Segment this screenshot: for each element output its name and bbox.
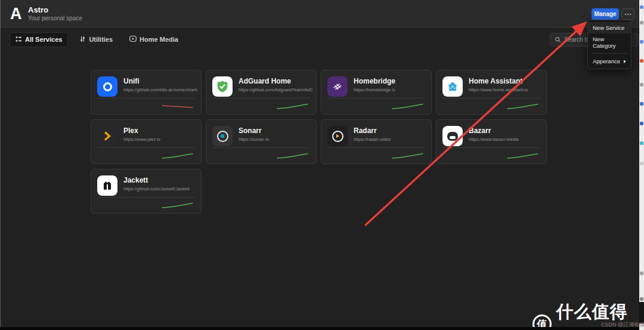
tab-utilities[interactable]: Utilities bbox=[74, 33, 118, 47]
tab-label: All Services bbox=[25, 36, 62, 43]
more-options-dropdown: New Service New Category Apperance bbox=[587, 20, 631, 69]
service-name: Homebridge bbox=[354, 77, 395, 85]
service-name: Plex bbox=[123, 127, 138, 135]
card-divider bbox=[97, 197, 195, 198]
service-card-sonarr[interactable]: Sonarrhttps://sonarr.tv bbox=[206, 119, 317, 164]
left-edge-line bbox=[0, 0, 1, 330]
menu-item-label: Apperance bbox=[593, 58, 620, 64]
tab-all-services[interactable]: All Services bbox=[10, 32, 68, 47]
service-card-plex[interactable]: Plexhttps://www.plex.tv bbox=[91, 119, 202, 164]
service-name: AdGuard Home bbox=[239, 77, 291, 85]
card-divider bbox=[327, 98, 425, 98]
uptime-sparkline bbox=[276, 152, 309, 160]
edge-app-icon bbox=[640, 5, 643, 9]
service-name: Unifi bbox=[123, 77, 140, 85]
menu-item-new-category[interactable]: New Category bbox=[588, 33, 631, 51]
edge-app-icon bbox=[640, 162, 643, 165]
edge-app-icon bbox=[640, 83, 643, 87]
service-card-home-assistant[interactable]: Home Assistanthttps://www.home-assistant… bbox=[436, 70, 547, 115]
service-card-homebridge[interactable]: #Homebridgehttps://homebridge.io bbox=[321, 70, 432, 115]
menu-item-label: New Category bbox=[593, 36, 626, 49]
edge-app-icon bbox=[640, 59, 643, 63]
service-name: Jackett bbox=[123, 176, 148, 184]
grid-icon bbox=[16, 36, 22, 44]
service-card-unifi[interactable]: Unifihttps://github.com/k8s-at-home/char… bbox=[91, 70, 202, 115]
service-name: Sonarr bbox=[239, 127, 262, 135]
edge-app-icon bbox=[640, 141, 643, 145]
plex-icon bbox=[97, 126, 117, 146]
play-circle-icon bbox=[129, 35, 137, 44]
edge-app-icon bbox=[640, 102, 643, 106]
tab-label: Home Media bbox=[140, 36, 178, 43]
homebridge-icon: # bbox=[327, 76, 348, 97]
service-url: https://github.com/k8s-at-home/charts/t.… bbox=[123, 87, 197, 92]
service-url: https://github.com/Jackett/Jackett bbox=[123, 186, 197, 192]
bottom-black-bar bbox=[0, 327, 639, 330]
chevron-right-icon bbox=[624, 60, 626, 63]
app-logo: A bbox=[10, 4, 22, 23]
edge-app-icon bbox=[640, 122, 643, 125]
card-divider bbox=[442, 98, 540, 98]
tab-label: Utilities bbox=[89, 36, 113, 43]
edge-app-icon bbox=[640, 40, 643, 44]
home-assistant-icon bbox=[442, 76, 463, 97]
service-url: https://sonarr.tv bbox=[239, 137, 312, 142]
manage-button[interactable]: Manage bbox=[592, 8, 619, 20]
more-options-button[interactable] bbox=[621, 8, 634, 20]
card-divider bbox=[212, 98, 310, 98]
radarr-icon bbox=[327, 126, 348, 146]
card-divider bbox=[442, 147, 540, 148]
sliders-icon bbox=[79, 36, 86, 44]
card-divider bbox=[97, 98, 195, 98]
bazarr-icon bbox=[442, 126, 463, 146]
app-header: A Astro Your personal space Manage bbox=[0, 0, 639, 27]
menu-item-apperance[interactable]: Apperance bbox=[588, 55, 631, 67]
uptime-sparkline bbox=[161, 102, 194, 110]
edge-app-icon bbox=[640, 272, 643, 275]
uptime-sparkline bbox=[506, 152, 539, 160]
service-url: https://www.plex.tv bbox=[123, 137, 197, 142]
service-url: https://github.com/AdguardTeam/AdGua... bbox=[239, 87, 312, 92]
uptime-sparkline bbox=[391, 152, 424, 160]
jackett-icon bbox=[97, 175, 117, 196]
service-card-adguard-home[interactable]: AdGuard Homehttps://github.com/AdguardTe… bbox=[206, 70, 317, 115]
service-url: https://www.bazarr.media bbox=[469, 137, 543, 142]
service-name: Home Assistant bbox=[469, 77, 522, 85]
service-url: https://homebridge.io bbox=[354, 87, 428, 92]
edge-app-icon bbox=[640, 21, 643, 24]
menu-divider bbox=[592, 53, 627, 54]
service-name: Radarr bbox=[354, 127, 377, 135]
uptime-sparkline bbox=[161, 152, 194, 160]
service-card-bazarr[interactable]: Bazarrhttps://www.bazarr.media bbox=[436, 119, 547, 164]
tab-home-media[interactable]: Home Media bbox=[124, 32, 184, 47]
page-title: Astro bbox=[28, 5, 48, 14]
uptime-sparkline bbox=[391, 102, 424, 110]
service-card-radarr[interactable]: Radarrhttps://radarr.video bbox=[321, 119, 432, 164]
right-edge-window-sliver bbox=[639, 0, 644, 330]
sonarr-icon bbox=[212, 126, 233, 146]
unifi-icon bbox=[97, 76, 117, 97]
adguard-icon bbox=[212, 76, 233, 97]
search-icon bbox=[555, 35, 561, 45]
astro-dashboard-screen: A Astro Your personal space Manage All S… bbox=[0, 0, 644, 330]
service-name: Bazarr bbox=[469, 127, 491, 135]
category-tabbar: All Services Utilities Home Media bbox=[0, 28, 639, 51]
card-divider bbox=[97, 147, 195, 148]
service-url: https://www.home-assistant.io bbox=[469, 87, 543, 92]
uptime-sparkline bbox=[161, 201, 194, 209]
page-subtitle: Your personal space bbox=[28, 15, 82, 21]
service-url: https://radarr.video bbox=[354, 137, 428, 142]
menu-item-label: New Service bbox=[593, 24, 624, 31]
uptime-sparkline bbox=[276, 102, 309, 110]
card-divider bbox=[212, 147, 310, 148]
card-divider bbox=[327, 147, 425, 148]
menu-item-new-service[interactable]: New Service bbox=[588, 22, 631, 33]
uptime-sparkline bbox=[506, 102, 539, 110]
service-card-jackett[interactable]: Jacketthttps://github.com/Jackett/Jacket… bbox=[91, 169, 202, 214]
